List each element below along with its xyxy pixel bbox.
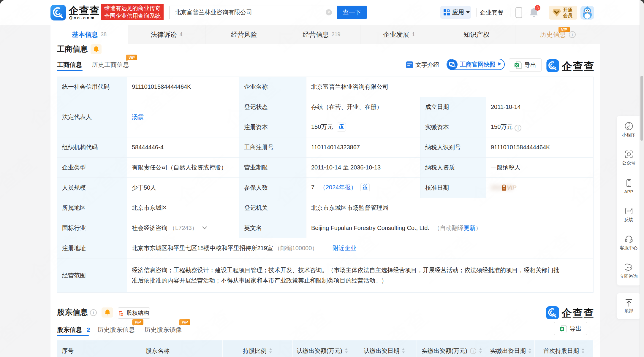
field-label: 纳税人资质 [420,158,486,178]
sidebar-item-customer-service[interactable]: 客服中心 [617,229,640,257]
shareholder-count: 2 [87,326,90,333]
sidebar-item-miniprogram[interactable]: 小程序 [617,116,640,144]
text-intro-button[interactable]: 文字介绍 [406,61,439,69]
vip-ghost-label: VIP [507,184,516,191]
info-icon[interactable]: i [569,31,576,38]
search-input[interactable]: 北京富普兰林业咨询有限公司 [169,6,337,19]
field-label: 统一社会信用代码 [57,77,127,97]
info-icon[interactable]: i [515,125,521,131]
search-clear-icon[interactable]: × [326,9,332,15]
scrollbar-track[interactable] [640,0,644,357]
field-value: 110114014323867 [306,137,420,158]
sort-icon[interactable] [528,348,531,353]
column-header[interactable]: 实缴出资额(万元) i [417,340,487,357]
tab-intellectual-property[interactable]: 知识产权 [438,25,515,44]
subtab-shareholders-mirror[interactable]: 历史股东镜像 [144,326,182,334]
field-label: 核准日期 [420,178,486,198]
qcc-logo-brand[interactable]: 企查查 [69,5,100,16]
sort-icon[interactable] [581,348,585,353]
field-label: 成立日期 [420,97,486,117]
field-value: 北京市东城区市场监督管理局 [306,198,594,218]
enterprise-package-link[interactable]: 企业套餐 [480,9,504,17]
field-value: 58444446-4 [127,137,239,158]
field-value: 汤霞 [127,97,239,137]
section-title-shareholders: 股东信息 [57,308,88,317]
open-vip-button[interactable]: 开通 会员 [549,6,577,20]
column-header[interactable]: 持股比例 [222,340,292,357]
table-row: 统一社会信用代码 91110101584444464K 企业名称 北京富普兰林业… [57,77,594,97]
table-row: 所属地区 北京市东城区 登记机关 北京市东城区市场监督管理局 [57,198,594,218]
mobile-phone-icon[interactable] [515,7,522,18]
capital-trend-chart-icon[interactable] [337,123,346,132]
column-header[interactable]: 股东名称 [93,340,222,357]
search-button[interactable]: 查一下 [337,6,367,19]
column-header[interactable]: 序号 [57,340,93,357]
field-value: 有限责任公司（自然人投资或控股） [127,158,239,178]
sidebar-item-wechat-official[interactable]: 公众号 [617,144,640,172]
sidebar-item-app[interactable]: APP [617,172,640,201]
sort-icon[interactable] [345,348,348,353]
field-label: 登记机关 [239,198,306,218]
qcc-logo-domain: Qcc.com [69,15,96,20]
official-snapshot-button[interactable]: 工商官网快照 ▶ [447,59,505,70]
field-label: 企业类型 [57,158,127,178]
translate-update-link[interactable]: 更新 [464,225,476,231]
tab-operation-risk[interactable]: 经营风险 [205,25,283,44]
equity-structure-icon [119,310,124,316]
info-icon[interactable]: i [90,309,97,316]
info-icon[interactable]: i [470,348,476,354]
subtab-biz-history[interactable]: 历史工商信息 [92,61,129,69]
monitor-bell-button[interactable] [102,307,113,318]
notification-count-badge: 3 [535,5,540,11]
nearby-companies-link[interactable]: 附近企业 [333,245,356,251]
sort-icon[interactable] [269,348,272,353]
sidebar-item-consult[interactable]: 立即咨询 [617,257,640,285]
vip-crown-icon [552,8,562,18]
chevron-down-icon[interactable] [202,226,207,229]
subtab-biz-current[interactable]: 工商信息 [57,61,82,69]
field-value: 150万元 [306,117,420,137]
column-header[interactable]: 首次持股日期 [534,340,593,357]
annual-report-link[interactable]: （2024年报） [320,184,357,191]
field-label: 注册资本 [239,117,306,137]
slogan-banner: 缔造有远见的商业传奇 全国企业信用查询系统 [101,4,164,20]
text-intro-icon [406,61,413,68]
equity-structure-button[interactable]: 股权结构 [118,307,150,319]
sidebar-item-feedback[interactable]: 反馈 [617,201,640,229]
field-value: 北京富普兰林业咨询有限公司 [306,77,594,97]
legal-rep-link[interactable]: 汤霞 [132,114,144,120]
field-value: 2011-10-14 至 2036-10-13 [306,158,420,178]
sort-icon[interactable] [479,348,482,353]
tab-operation-info[interactable]: 经营信息219 [283,25,360,44]
subtab-shareholders-history[interactable]: 历史股东信息 [97,326,135,334]
tab-history-info[interactable]: 历史信息 i VIP [515,25,600,44]
field-label: 组织机构代码 [57,137,127,158]
tab-development[interactable]: 企业发展1 [360,25,438,44]
sort-icon[interactable] [402,348,405,353]
column-header[interactable]: 实缴出资日期 [487,340,534,357]
main-tabbar: 基本信息38 法律诉讼4 经营风险 经营信息219 企业发展1 知识产权 历史信… [50,25,600,44]
back-to-top-button[interactable]: 顶部 [617,293,640,319]
field-label: 经营范围 [57,258,127,293]
export-button[interactable]: 导出 [554,322,587,335]
field-label: 参保人数 [239,178,306,198]
business-info-table: 统一社会信用代码 91110101584444464K 企业名称 北京富普兰林业… [57,77,594,293]
field-label: 人员规模 [57,178,127,198]
apps-menu[interactable]: 应用 [440,6,471,19]
scrollbar-thumb[interactable] [640,76,643,141]
column-header[interactable]: 认缴出资日期 [352,340,417,357]
tab-basic-info[interactable]: 基本信息38 [50,25,128,44]
slogan-line2: 全国企业信用查询系统 [101,12,164,20]
column-header[interactable]: 认缴出资额(万元) [292,340,352,357]
top-header: 企查查 Qcc.com 缔造有远见的商业传奇 全国企业信用查询系统 北京富普兰林… [0,0,640,25]
subtab-shareholders-current[interactable]: 股东信息 2 [57,326,90,334]
export-button[interactable]: 导出 [509,58,542,72]
field-value: 经济信息咨询；工程勘察设计；建设工程项目管理；技术开发、技术咨询。（市场主体依法… [127,258,594,293]
field-label: 登记状态 [239,97,306,117]
monitor-bell-button[interactable] [91,44,102,54]
tab-legal[interactable]: 法律诉讼4 [128,25,205,44]
mascot-avatar[interactable] [580,6,594,20]
insured-trend-chart-icon[interactable] [360,183,370,192]
field-value: 北京市东城区和平里七区15楼中核和平里招待所219室（邮编100000） 附近企… [127,238,594,258]
qcc-logo-icon[interactable] [50,5,66,20]
